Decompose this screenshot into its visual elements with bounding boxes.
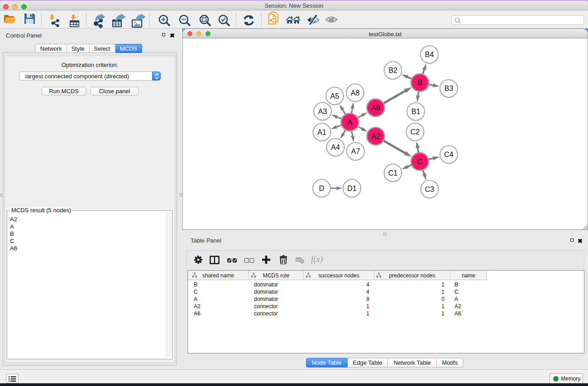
- svg-text:A7: A7: [351, 148, 360, 155]
- svg-text:C3: C3: [425, 186, 435, 193]
- svg-text:C2: C2: [411, 128, 420, 136]
- svg-text:A6: A6: [371, 104, 380, 112]
- svg-text:A2: A2: [371, 133, 380, 140]
- svg-text:A8: A8: [351, 89, 360, 97]
- svg-text:C1: C1: [388, 169, 398, 177]
- svg-text:D: D: [319, 185, 325, 192]
- svg-text:A5: A5: [330, 92, 339, 100]
- svg-text:A: A: [348, 119, 353, 126]
- svg-text:B3: B3: [445, 85, 454, 92]
- svg-text:A1: A1: [317, 129, 326, 136]
- svg-text:A4: A4: [331, 143, 340, 151]
- svg-text:A3: A3: [318, 108, 327, 115]
- svg-text:C: C: [417, 158, 423, 166]
- svg-text:B4: B4: [425, 51, 434, 58]
- svg-text:C4: C4: [444, 151, 454, 158]
- svg-text:B1: B1: [411, 108, 421, 115]
- svg-text:B2: B2: [388, 67, 397, 74]
- svg-text:B: B: [417, 79, 422, 86]
- svg-text:D1: D1: [347, 185, 357, 192]
